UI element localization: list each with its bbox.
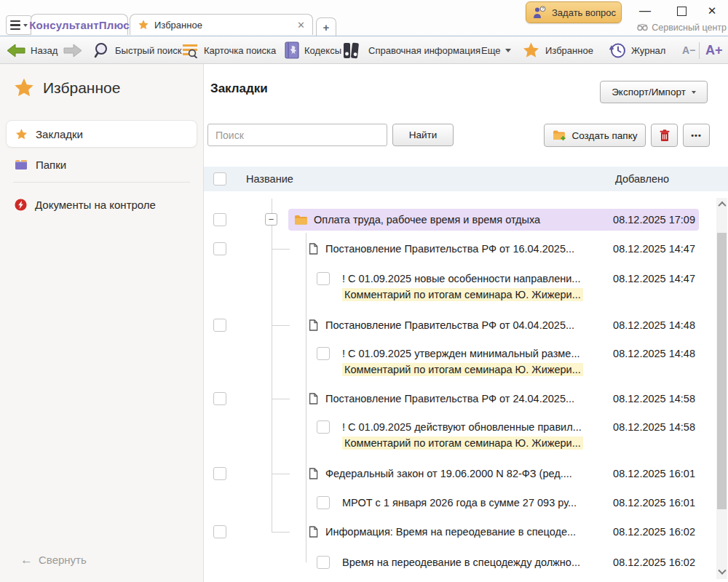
- quick-search-label: Быстрый поиск: [115, 45, 182, 56]
- select-all-checkbox[interactable]: [213, 172, 226, 186]
- ellipsis-icon: •••: [691, 131, 702, 140]
- codes-label: Кодексы: [304, 45, 341, 56]
- close-button[interactable]: ✕: [703, 3, 721, 19]
- row-checkbox[interactable]: [213, 467, 226, 480]
- logo-text: КонсультантПлюс: [29, 19, 130, 31]
- ask-question-button[interactable]: ? Задать вопрос: [526, 1, 622, 23]
- row-title: МРОТ с 1 января 2026 года в сумме 27 093…: [342, 497, 577, 509]
- toolbar: Назад Быстрый поиск Карточка поиска Коде…: [0, 36, 728, 64]
- table-row-document[interactable]: Информация: Время на переодевание в спец…: [204, 522, 728, 542]
- delete-button[interactable]: [651, 124, 678, 147]
- scrollbar[interactable]: [716, 198, 727, 579]
- left-arrow-icon: ←: [20, 554, 33, 566]
- scroll-up-button[interactable]: [716, 198, 727, 211]
- table-row-document[interactable]: Постановление Правительства РФ от 04.04.…: [204, 315, 728, 335]
- sidebar-item-docs-on-control[interactable]: Документы на контроле: [6, 194, 197, 215]
- folder-icon: [294, 215, 308, 226]
- ask-question-label: Задать вопрос: [552, 7, 616, 18]
- row-title: Оплата труда, рабочее время и время отды…: [314, 214, 540, 226]
- forward-arrow-icon: [63, 44, 82, 57]
- reference-info-label: Справочная информация: [368, 45, 480, 56]
- binders-icon: [343, 41, 363, 59]
- row-title: Постановление Правительства РФ от 24.04.…: [325, 393, 574, 404]
- table-row-folder[interactable]: −Оплата труда, рабочее время и время отд…: [204, 209, 728, 231]
- search-card-button[interactable]: Карточка поиска: [179, 36, 278, 64]
- tab-close-icon[interactable]: ✕: [297, 20, 305, 31]
- back-label: Назад: [31, 45, 58, 56]
- sidebar-item-bookmarks[interactable]: Закладки: [6, 120, 197, 148]
- font-increase-label: А+: [705, 43, 723, 58]
- row-date: 08.12.2025 14:58: [613, 393, 695, 404]
- row-date: 08.12.2025 16:01: [613, 497, 695, 509]
- sidebar-item-folders[interactable]: Папки: [6, 153, 197, 176]
- bookmark-comment: Комментарий по итогам семинара Ю. Жижери…: [342, 289, 583, 300]
- table-row-bookmark[interactable]: Время на переодевание в спецодежду должн…: [204, 552, 728, 573]
- table-row-bookmark[interactable]: ! С 01.09.2025 действуют обновленные пра…: [204, 418, 728, 455]
- forward-button[interactable]: [61, 36, 84, 64]
- back-arrow-icon: [7, 44, 25, 57]
- codes-button[interactable]: Кодексы: [282, 36, 344, 64]
- row-checkbox[interactable]: [317, 496, 330, 509]
- bookmarks-list: −Оплата труда, рабочее время и время отд…: [204, 196, 728, 582]
- tab-consultantplus-logo[interactable]: КонсультантПлюс: [31, 14, 128, 35]
- titlebar: КонсультантПлюс Избранное ✕ + ? Задать в…: [0, 0, 728, 36]
- table-row-document[interactable]: Постановление Правительства РФ от 24.04.…: [204, 388, 728, 409]
- reference-info-button[interactable]: Справочная информация: [341, 36, 483, 64]
- row-checkbox[interactable]: [213, 392, 226, 405]
- scrollbar-thumb[interactable]: [717, 233, 727, 509]
- more-actions-button[interactable]: •••: [683, 124, 710, 147]
- font-increase-button[interactable]: А+: [703, 36, 725, 64]
- table-row-bookmark[interactable]: ! С 01.09.2025 новые особенности направл…: [204, 269, 728, 307]
- table-row-bookmark[interactable]: МРОТ с 1 января 2026 года в сумме 27 093…: [204, 493, 728, 513]
- row-checkbox[interactable]: [213, 525, 226, 538]
- row-title: Постановление Правительства РФ от 16.04.…: [325, 243, 574, 255]
- table-row-bookmark[interactable]: ! С 01.09.2025 утвержден минимальный раз…: [204, 344, 728, 382]
- row-checkbox[interactable]: [317, 420, 330, 434]
- row-date: 08.12.2025 14:47: [613, 243, 695, 255]
- favorites-label: Избранное: [545, 45, 593, 56]
- row-checkbox[interactable]: [317, 556, 330, 569]
- chevron-up-icon: [718, 202, 726, 210]
- row-checkbox[interactable]: [317, 272, 330, 285]
- main-menu-button[interactable]: [6, 15, 32, 35]
- font-decrease-button[interactable]: А−: [680, 36, 697, 64]
- hamburger-icon: [10, 20, 20, 30]
- find-label: Найти: [409, 129, 438, 140]
- sidebar-header: Избранное: [13, 77, 120, 98]
- row-date: 08.12.2025 14:47: [613, 273, 695, 284]
- search-input[interactable]: [207, 124, 387, 146]
- maximize-button[interactable]: [673, 3, 690, 19]
- table-row-document[interactable]: Федеральный закон от 19.06.2000 N 82-ФЗ …: [204, 463, 728, 484]
- chevron-down-icon: [718, 567, 726, 575]
- find-button[interactable]: Найти: [392, 124, 454, 146]
- more-button[interactable]: Еще: [479, 36, 513, 64]
- row-checkbox[interactable]: [317, 347, 330, 360]
- journal-button[interactable]: Журнал: [607, 36, 668, 64]
- row-title: Время на переодевание в спецодежду должн…: [342, 557, 580, 568]
- row-checkbox[interactable]: [213, 242, 226, 255]
- export-import-button[interactable]: Экспорт/Импорт: [600, 81, 708, 103]
- quick-search-button[interactable]: Быстрый поиск: [92, 36, 184, 64]
- bookmark-comment: Комментарий по итогам семинара Ю. Жижери…: [342, 364, 583, 375]
- row-checkbox[interactable]: [213, 213, 226, 226]
- service-center-link[interactable]: Сервисный центр: [637, 23, 727, 33]
- collapse-label: Свернуть: [39, 554, 87, 566]
- clock-icon: [609, 42, 626, 59]
- minimize-button[interactable]: —: [636, 3, 654, 19]
- new-tab-button[interactable]: +: [316, 17, 336, 36]
- collapse-sidebar-button[interactable]: ← Свернуть: [20, 554, 87, 566]
- column-added: Добавлено: [615, 173, 669, 185]
- folder-plus-icon: [553, 129, 566, 141]
- create-folder-button[interactable]: Создать папку: [544, 124, 646, 147]
- back-button[interactable]: Назад: [4, 36, 60, 64]
- journal-label: Журнал: [631, 45, 665, 56]
- table-row-document[interactable]: Постановление Правительства РФ от 16.04.…: [204, 239, 728, 259]
- chevron-down-icon: [692, 91, 696, 94]
- tree-collapse-toggle[interactable]: −: [265, 213, 277, 226]
- row-checkbox[interactable]: [213, 319, 226, 332]
- scroll-down-button[interactable]: [716, 566, 727, 579]
- row-title: Постановление Правительства РФ от 04.04.…: [325, 319, 574, 331]
- favorites-button[interactable]: Избранное: [520, 36, 596, 64]
- tab-favorites[interactable]: Избранное ✕: [130, 14, 313, 35]
- document-icon: [309, 526, 318, 538]
